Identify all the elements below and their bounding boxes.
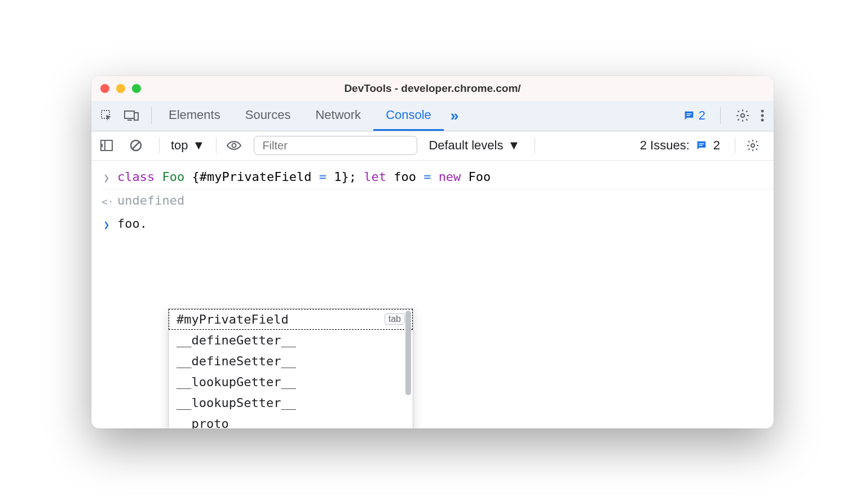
separator [216,138,217,153]
minimize-icon[interactable] [116,84,125,93]
console-input[interactable]: foo. [117,216,147,231]
svg-point-14 [232,144,236,148]
close-icon[interactable] [100,84,109,93]
log-levels-selector[interactable]: Default levels ▼ [422,138,527,153]
svg-point-8 [761,114,764,117]
panel-tabs: Elements Sources Network Console » [156,101,683,131]
autocomplete-item[interactable]: #myPrivateField tab [169,309,413,330]
more-tabs-icon[interactable]: » [444,101,465,131]
issues-indicator[interactable]: 2 Issues: 2 [633,138,727,153]
filter-input[interactable] [254,136,417,155]
gear-icon[interactable] [735,108,750,123]
tab-label: Sources [245,108,291,122]
autocomplete-label: __lookupSetter__ [176,396,296,410]
tab-hint: tab [385,313,405,325]
issues-count: 2 [713,138,720,153]
console-result: undefined [117,193,184,207]
svg-point-17 [751,144,754,147]
chevron-down-icon: ▼ [507,138,520,153]
context-label: top [171,138,188,153]
tab-label: Network [315,108,361,122]
levels-label: Default levels [429,138,503,153]
chevron-down-icon: ▼ [193,138,205,153]
svg-rect-4 [686,113,691,114]
autocomplete-item[interactable]: __lookupSetter__ [169,392,413,413]
tab-label: Console [386,108,431,122]
svg-line-13 [133,142,139,149]
autocomplete-item[interactable]: __defineGetter__ [169,330,413,351]
console-command: class Foo {#myPrivateField = 1}; let foo… [117,170,491,184]
tab-network[interactable]: Network [303,101,373,131]
kebab-icon[interactable] [760,109,765,122]
issues-label: 2 Issues: [640,138,690,153]
svg-rect-15 [699,143,704,144]
chat-icon [695,139,708,152]
toolbar-right: 2 [683,107,768,124]
devtools-window: DevTools - developer.chrome.com/ Element… [91,76,774,428]
autocomplete-item[interactable]: __defineSetter__ [169,351,413,372]
scrollbar[interactable] [405,311,411,395]
svg-rect-3 [134,113,138,120]
window-controls [100,84,141,93]
tab-label: Elements [169,108,220,122]
context-selector[interactable]: top ▼ [167,138,208,153]
messages-badge[interactable]: 2 [683,108,705,123]
maximize-icon[interactable] [132,84,141,93]
separator [535,138,535,153]
svg-point-7 [761,110,764,113]
svg-point-9 [761,119,764,122]
input-caret-icon: ❯ [101,170,112,184]
svg-point-6 [741,114,745,118]
autocomplete-item[interactable]: __proto__ [169,413,413,428]
inspect-icon[interactable] [97,106,116,125]
separator [151,107,152,124]
console-input-row[interactable]: ❯ foo. [101,212,774,235]
separator [159,138,160,153]
svg-rect-5 [686,115,690,116]
svg-rect-16 [699,145,702,145]
autocomplete-label: __lookupGetter__ [176,375,296,389]
sidebar-toggle-icon[interactable] [97,136,116,155]
gear-icon[interactable] [743,136,762,155]
titlebar: DevTools - developer.chrome.com/ [91,76,774,101]
tab-sources[interactable]: Sources [233,101,303,131]
prompt-caret-icon: ❯ [101,216,112,231]
eye-icon[interactable] [224,136,244,155]
console-body: ❯ class Foo {#myPrivateField = 1}; let f… [91,161,774,428]
device-toggle-icon[interactable] [122,106,141,125]
clear-icon[interactable] [126,136,145,155]
console-toolbar: top ▼ Default levels ▼ 2 Issues: 2 [91,131,774,161]
autocomplete-popup: #myPrivateField tab __defineGetter__ __d… [168,308,413,428]
output-caret-icon: <· [101,193,112,207]
window-title: DevTools - developer.chrome.com/ [91,82,774,95]
badge-count: 2 [699,108,705,123]
autocomplete-label: __defineGetter__ [176,333,296,347]
main-toolbar: Elements Sources Network Console » 2 [91,101,774,131]
autocomplete-label: __defineSetter__ [176,354,296,368]
separator [735,138,735,153]
svg-rect-1 [125,111,134,118]
autocomplete-label: #myPrivateField [176,312,289,326]
tab-elements[interactable]: Elements [156,101,233,131]
tab-console[interactable]: Console [373,101,444,131]
separator [720,107,721,124]
console-command-row: ❯ class Foo {#myPrivateField = 1}; let f… [101,165,774,189]
autocomplete-label: __proto__ [176,417,244,428]
autocomplete-item[interactable]: __lookupGetter__ [169,372,413,392]
console-result-row: <· undefined [101,189,774,212]
